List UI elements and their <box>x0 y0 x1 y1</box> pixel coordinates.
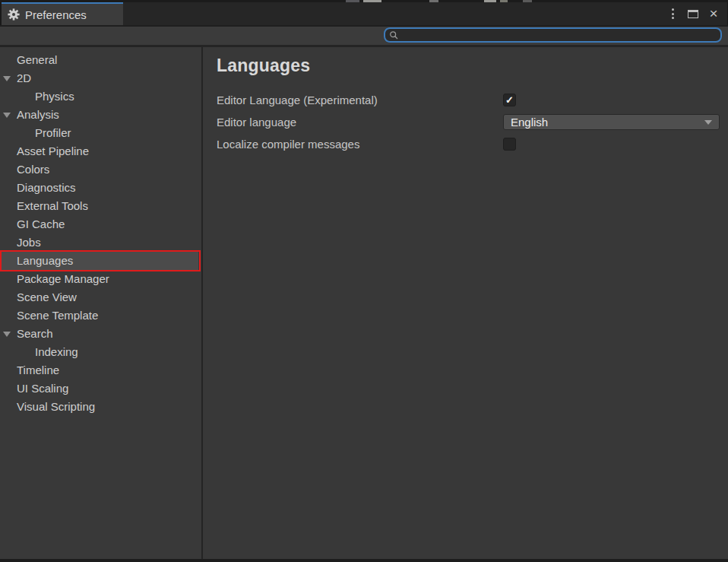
sidebar-item-colors[interactable]: Colors <box>0 160 201 179</box>
sidebar-list: General2DPhysicsAnalysisProfilerAsset Pi… <box>0 51 201 416</box>
titlebar: Preferences × <box>0 2 728 25</box>
sidebar-item-label: Package Manager <box>17 272 109 285</box>
dropdown-value: English <box>511 115 704 129</box>
sidebar-item-label: Search <box>17 327 53 340</box>
sidebar-item-label: GI Cache <box>17 217 65 230</box>
main-panel: Languages Editor Language (Experimental)… <box>203 47 728 559</box>
field-row-editor-language-experimental: Editor Language (Experimental)✓ <box>217 89 720 111</box>
field-label: Editor language <box>217 116 503 129</box>
field-row-localize-compiler-messages: Localize compiler messages <box>217 133 720 155</box>
sidebar-item-diagnostics[interactable]: Diagnostics <box>0 179 201 197</box>
gear-icon <box>8 8 20 21</box>
menu-button[interactable] <box>666 7 679 21</box>
sidebar-item-label: Visual Scripting <box>17 400 95 413</box>
sidebar-item-profiler[interactable]: Profiler <box>0 124 201 142</box>
toolbar <box>0 27 728 45</box>
sidebar-item-2d[interactable]: 2D <box>0 69 201 87</box>
sidebar-item-visual-scripting[interactable]: Visual Scripting <box>0 398 201 416</box>
window-title: Preferences <box>25 8 87 21</box>
dropdown-arrow-icon <box>704 120 712 125</box>
close-button[interactable]: × <box>707 7 720 21</box>
maximize-icon <box>688 10 698 18</box>
field-label: Editor Language (Experimental) <box>217 94 503 106</box>
sidebar-item-search[interactable]: Search <box>0 325 201 343</box>
sidebar-item-analysis[interactable]: Analysis <box>0 106 201 124</box>
kebab-menu-icon <box>672 8 674 19</box>
sidebar-item-label: Physics <box>35 90 74 103</box>
maximize-button[interactable] <box>686 7 700 21</box>
sidebar-item-label: Analysis <box>17 108 59 121</box>
sidebar-item-label: Scene Template <box>17 309 98 322</box>
sidebar-item-label: Indexing <box>35 345 78 358</box>
preferences-window: Preferences × General2DPhysicsAnaly <box>0 0 728 562</box>
close-icon: × <box>709 7 717 21</box>
page-title: Languages <box>217 54 720 77</box>
sidebar-item-timeline[interactable]: Timeline <box>0 361 201 379</box>
field-row-editor-language: Editor languageEnglish <box>217 111 720 133</box>
window-bottom-edge <box>0 559 728 562</box>
field-label: Localize compiler messages <box>217 138 503 151</box>
sidebar-item-label: General <box>17 53 57 66</box>
foldout-triangle-icon[interactable] <box>3 113 11 118</box>
search-icon <box>389 30 399 40</box>
field-control: ✓ <box>503 94 720 106</box>
editor-language-experimental-checkbox[interactable]: ✓ <box>503 94 516 106</box>
sidebar-item-label: 2D <box>17 71 31 84</box>
localize-compiler-messages-checkbox[interactable] <box>503 138 516 151</box>
tab-preferences[interactable]: Preferences <box>2 2 123 25</box>
fields: Editor Language (Experimental)✓Editor la… <box>217 89 720 155</box>
sidebar-item-package-manager[interactable]: Package Manager <box>0 270 201 288</box>
sidebar-item-general[interactable]: General <box>0 51 201 69</box>
sidebar-item-gi-cache[interactable]: GI Cache <box>0 215 201 233</box>
sidebar-item-languages[interactable]: Languages <box>0 252 198 270</box>
foldout-triangle-icon[interactable] <box>3 332 11 337</box>
search-box[interactable] <box>384 27 722 43</box>
sidebar: General2DPhysicsAnalysisProfilerAsset Pi… <box>0 47 201 559</box>
sidebar-item-ui-scaling[interactable]: UI Scaling <box>0 379 201 398</box>
search-input[interactable] <box>402 30 717 40</box>
sidebar-item-external-tools[interactable]: External Tools <box>0 197 201 215</box>
checkmark-icon: ✓ <box>505 95 514 105</box>
sidebar-item-label: Scene View <box>17 291 77 303</box>
sidebar-item-jobs[interactable]: Jobs <box>0 233 201 252</box>
sidebar-item-physics[interactable]: Physics <box>0 87 201 106</box>
sidebar-item-indexing[interactable]: Indexing <box>0 343 201 361</box>
editor-language-dropdown[interactable]: English <box>503 114 720 130</box>
titlebar-buttons: × <box>666 2 727 25</box>
sidebar-item-label: Jobs <box>17 236 41 249</box>
sidebar-item-label: UI Scaling <box>17 382 68 395</box>
sidebar-item-label: External Tools <box>17 199 88 212</box>
sidebar-item-label: Languages <box>17 254 73 267</box>
sidebar-item-label: Asset Pipeline <box>17 144 89 157</box>
sidebar-item-label: Timeline <box>17 364 59 376</box>
sidebar-item-label: Diagnostics <box>17 181 76 194</box>
foldout-triangle-icon[interactable] <box>3 76 11 81</box>
field-control <box>503 138 720 151</box>
sidebar-item-scene-view[interactable]: Scene View <box>0 288 201 306</box>
sidebar-item-label: Colors <box>17 163 49 176</box>
field-control: English <box>503 114 720 130</box>
sidebar-item-scene-template[interactable]: Scene Template <box>0 306 201 325</box>
sidebar-item-label: Profiler <box>35 126 71 139</box>
sidebar-item-asset-pipeline[interactable]: Asset Pipeline <box>0 142 201 160</box>
content: General2DPhysicsAnalysisProfilerAsset Pi… <box>0 47 728 559</box>
